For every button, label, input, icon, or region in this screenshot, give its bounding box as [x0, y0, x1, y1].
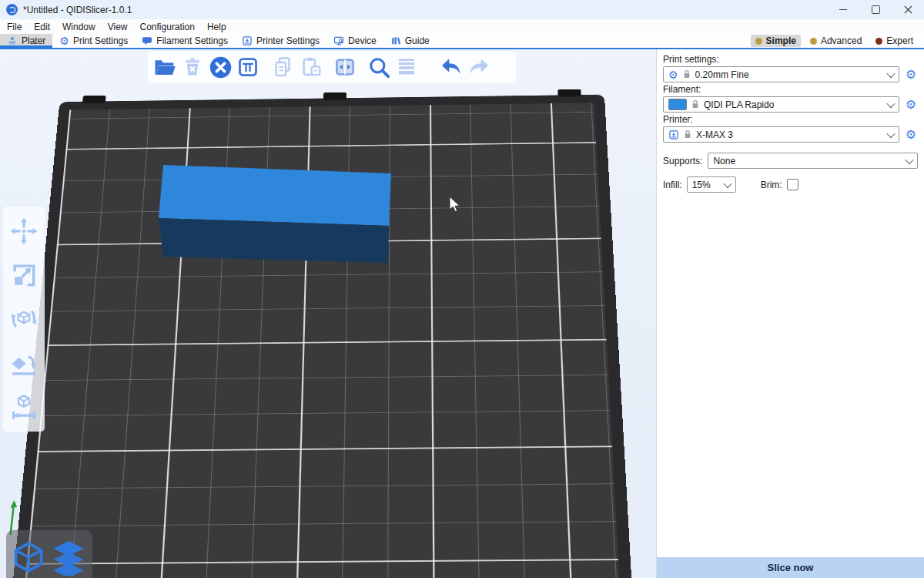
redo-button[interactable]: [465, 52, 493, 82]
variable-layer-height-button[interactable]: [393, 52, 420, 82]
supports-combo[interactable]: None: [708, 153, 918, 169]
guide-icon: [390, 35, 401, 46]
print-settings-combo[interactable]: ⚙ 0.20mm Fine: [663, 66, 899, 82]
copy-button[interactable]: [270, 52, 297, 82]
main-area: Print settings: ⚙ 0.20mm Fine ⚙ Filament…: [0, 49, 924, 578]
paste-button[interactable]: [297, 52, 325, 82]
settings-panel: Print settings: ⚙ 0.20mm Fine ⚙ Filament…: [657, 49, 924, 557]
variable-layer-height-icon: [395, 55, 418, 79]
infill-value: 15%: [692, 180, 711, 190]
tab-printer-settings[interactable]: Printer Settings: [235, 34, 326, 48]
move-tool-button[interactable]: [5, 211, 42, 251]
open-folder-icon: [153, 55, 176, 79]
settings-sidebar: Print settings: ⚙ 0.20mm Fine ⚙ Filament…: [656, 49, 924, 578]
minimize-button[interactable]: [827, 0, 859, 19]
mode-expert[interactable]: Expert: [871, 35, 918, 47]
close-button[interactable]: [892, 0, 924, 19]
mode-dot-expert: [875, 38, 882, 45]
tab-guide[interactable]: Guide: [383, 34, 437, 48]
preview-view-icon: [50, 539, 87, 576]
mode-advanced[interactable]: Advanced: [805, 35, 866, 47]
app-logo-icon: [6, 4, 18, 15]
search-button[interactable]: [365, 52, 393, 82]
split-to-objects-button[interactable]: [331, 52, 359, 82]
delete-button[interactable]: [179, 52, 206, 82]
filament-edit-button[interactable]: ⚙: [904, 99, 918, 111]
gear-icon: ⚙: [59, 35, 69, 46]
close-icon: [904, 5, 912, 14]
plate-clip-icon: [323, 92, 346, 100]
filament-label: Filament:: [663, 84, 918, 95]
tab-device[interactable]: Device: [326, 34, 383, 48]
mode-switcher: Simple Advanced Expert: [751, 34, 924, 48]
chevron-down-icon: [886, 69, 895, 77]
printer-icon: [242, 35, 253, 46]
tab-filament-settings[interactable]: Filament Settings: [135, 34, 235, 48]
printer-label: Printer:: [663, 114, 918, 125]
rotate-tool-button[interactable]: [5, 299, 42, 339]
menu-configuration[interactable]: Configuration: [134, 19, 201, 34]
lock-icon: [691, 99, 699, 109]
scale-icon: [9, 260, 38, 290]
filament-value: QIDI PLA Rapido: [704, 99, 774, 110]
undo-icon: [439, 55, 464, 79]
scale-tool-button[interactable]: [5, 255, 42, 295]
printer-edit-button[interactable]: ⚙: [904, 129, 918, 141]
printer-value: X-MAX 3: [696, 129, 733, 140]
place-on-face-tool-button[interactable]: [5, 343, 42, 383]
supports-value: None: [713, 156, 735, 166]
viewport-3d[interactable]: [0, 49, 656, 578]
move-icon: [9, 217, 38, 246]
print-settings-edit-button[interactable]: ⚙: [904, 69, 918, 81]
mode-simple[interactable]: Simple: [751, 35, 801, 47]
build-plate-wrapper: [35, 92, 604, 578]
profile-gear-icon: ⚙: [668, 69, 678, 80]
delete-all-button[interactable]: [206, 52, 234, 82]
lock-icon: [684, 129, 691, 139]
tab-plater[interactable]: Plater: [0, 34, 52, 48]
editor-view-button[interactable]: [12, 540, 45, 574]
menu-file[interactable]: File: [1, 19, 28, 34]
rotate-icon: [9, 304, 38, 334]
minimize-icon: [839, 9, 847, 10]
maximize-icon: [872, 5, 880, 14]
plate-clip-icon: [557, 89, 581, 97]
menu-window[interactable]: Window: [56, 19, 102, 34]
menu-bar: File Edit Window View Configuration Help: [0, 19, 924, 34]
plate-clip-icon: [82, 96, 106, 103]
open-button[interactable]: [151, 52, 179, 82]
maximize-button[interactable]: [859, 0, 892, 19]
search-icon: [367, 55, 391, 79]
printer-combo[interactable]: X-MAX 3: [663, 126, 899, 143]
infill-label: Infill:: [663, 180, 682, 190]
menu-view[interactable]: View: [102, 19, 134, 34]
print-settings-label: Print settings:: [663, 54, 918, 65]
arrange-button[interactable]: [234, 52, 262, 82]
printer-icon: [668, 129, 679, 140]
tab-bar: Plater ⚙ Print Settings Filament Setting…: [0, 34, 924, 49]
redo-icon: [467, 55, 491, 79]
window-title: *Untitled - QIDISlicer-1.0.1: [23, 5, 132, 15]
device-icon: [333, 35, 344, 46]
undo-button[interactable]: [437, 52, 465, 82]
slice-now-button[interactable]: Slice now: [657, 557, 924, 578]
tab-print-settings[interactable]: ⚙ Print Settings: [52, 34, 135, 48]
gizmo-toolbar: [3, 207, 45, 432]
title-bar: *Untitled - QIDISlicer-1.0.1: [0, 0, 924, 19]
filament-combo[interactable]: QIDI PLA Rapido: [663, 96, 899, 113]
chevron-down-icon: [886, 129, 895, 137]
infill-combo[interactable]: 15%: [687, 176, 736, 193]
mode-dot-simple: [755, 38, 762, 45]
menu-help[interactable]: Help: [201, 19, 233, 34]
brim-label: Brim:: [761, 180, 782, 190]
mode-dot-advanced: [810, 38, 817, 45]
plater-icon: [7, 35, 18, 46]
lock-icon: [683, 69, 691, 79]
brim-checkbox[interactable]: [787, 179, 798, 190]
app-window: *Untitled - QIDISlicer-1.0.1 File Edit W…: [0, 0, 924, 578]
preview-view-button[interactable]: [50, 539, 87, 576]
menu-edit[interactable]: Edit: [28, 19, 56, 34]
measure-tool-button[interactable]: [5, 387, 42, 427]
paste-icon: [300, 55, 323, 79]
place-on-face-icon: [9, 348, 38, 378]
